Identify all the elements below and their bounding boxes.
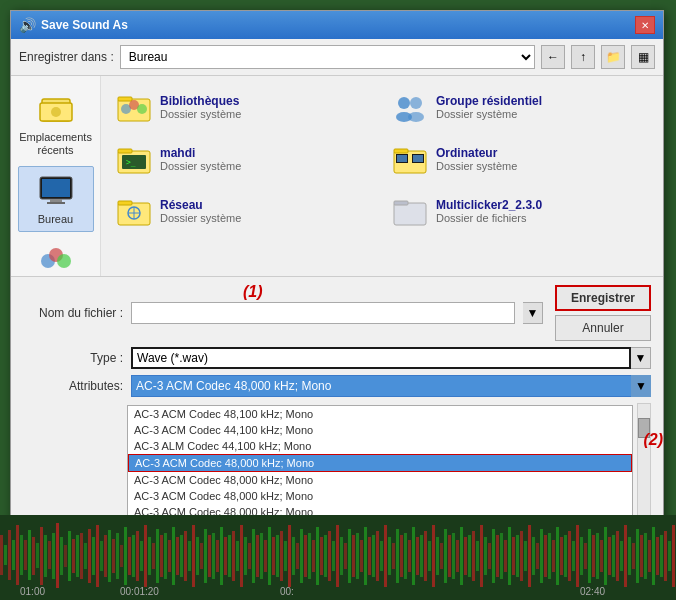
svg-rect-52 [44, 535, 47, 577]
view-button[interactable]: ▦ [631, 45, 655, 69]
mahdi-type: Dossier système [160, 160, 241, 172]
titlebar: 🔊 Save Sound As ✕ [11, 11, 663, 39]
svg-rect-161 [480, 525, 483, 587]
svg-text:>_: >_ [126, 158, 136, 167]
ordinateur-type: Dossier système [436, 160, 517, 172]
svg-rect-117 [304, 535, 307, 577]
svg-rect-175 [536, 543, 539, 569]
type-dropdown-arrow[interactable]: ▼ [631, 347, 651, 369]
svg-rect-146 [420, 535, 423, 577]
desktop-icon [36, 171, 76, 211]
location-label: Enregistrer dans : [19, 50, 114, 64]
svg-rect-202 [644, 533, 647, 579]
svg-rect-106 [260, 533, 263, 579]
svg-rect-199 [632, 543, 635, 569]
file-item-groupe[interactable]: Groupe résidentiel Dossier système [385, 84, 655, 130]
dropdown-item-5[interactable]: AC-3 ACM Codec 48,000 kHz; Mono [128, 488, 632, 504]
location-select[interactable]: Bureau [120, 45, 535, 69]
svg-rect-68 [108, 530, 111, 582]
file-browser: Bibliothèques Dossier système [101, 76, 663, 276]
svg-rect-121 [320, 537, 323, 575]
file-item-bibliotheques[interactable]: Bibliothèques Dossier système [109, 84, 379, 130]
svg-rect-137 [384, 525, 387, 587]
svg-rect-200 [636, 529, 639, 583]
svg-point-19 [398, 97, 410, 109]
up-button[interactable]: ↑ [571, 45, 595, 69]
svg-rect-152 [444, 529, 447, 583]
svg-rect-45 [16, 525, 19, 585]
svg-rect-160 [476, 541, 479, 571]
dropdown-item-1[interactable]: AC-3 ACM Codec 44,100 kHz; Mono [128, 422, 632, 438]
svg-rect-138 [388, 537, 391, 575]
back-button[interactable]: ← [541, 45, 565, 69]
sidebar-item-recent[interactable]: Emplacements récents [18, 84, 94, 162]
svg-rect-94 [212, 533, 215, 579]
svg-rect-122 [324, 535, 327, 577]
svg-rect-4 [42, 179, 70, 197]
dropdown-list: AC-3 ACM Codec 48,100 kHz; Mono AC-3 ACM… [127, 405, 633, 521]
svg-rect-128 [348, 529, 351, 583]
save-button[interactable]: Enregistrer [555, 285, 651, 311]
svg-rect-206 [660, 535, 663, 577]
svg-rect-141 [400, 535, 403, 577]
svg-rect-159 [472, 531, 475, 581]
svg-rect-192 [604, 527, 607, 585]
groupe-icon [392, 89, 428, 125]
svg-rect-104 [252, 529, 255, 583]
svg-rect-207 [664, 531, 667, 581]
svg-rect-187 [584, 543, 587, 569]
close-button[interactable]: ✕ [635, 16, 655, 34]
dropdown-item-3[interactable]: AC-3 ACM Codec 48,000 kHz; Mono [128, 454, 632, 472]
svg-rect-85 [176, 537, 179, 575]
svg-rect-188 [588, 529, 591, 583]
filename-input[interactable] [131, 302, 515, 324]
titlebar-title: Save Sound As [41, 18, 635, 32]
sidebar-item-libraries[interactable]: Bibliothèques [18, 236, 94, 276]
svg-rect-189 [592, 535, 595, 577]
svg-rect-108 [268, 527, 271, 585]
list-scrollbar[interactable] [637, 403, 651, 521]
svg-rect-15 [118, 97, 132, 101]
svg-point-20 [410, 97, 422, 109]
svg-rect-28 [394, 149, 408, 153]
svg-rect-109 [272, 537, 275, 575]
cancel-button[interactable]: Annuler [555, 315, 651, 341]
svg-rect-148 [428, 541, 431, 571]
svg-rect-48 [28, 530, 31, 580]
svg-rect-75 [136, 531, 139, 581]
svg-rect-30 [397, 155, 407, 162]
multiclicker-name: Multiclicker2_2.3.0 [436, 198, 542, 212]
dropdown-item-0[interactable]: AC-3 ACM Codec 48,100 kHz; Mono [128, 406, 632, 422]
type-select[interactable]: Wave (*.wav) [131, 347, 631, 369]
svg-rect-60 [76, 535, 79, 577]
file-item-mahdi[interactable]: >_ mahdi Dossier système [109, 136, 379, 182]
main-content: Emplacements récents Bureau [11, 76, 663, 276]
dropdown-item-4[interactable]: AC-3 ACM Codec 48,000 kHz; Mono [128, 472, 632, 488]
annotation-1: (1) [243, 283, 263, 301]
svg-text:00:: 00: [280, 586, 294, 597]
svg-rect-158 [468, 535, 471, 577]
svg-point-9 [57, 254, 71, 268]
recent-label: Emplacements récents [19, 131, 92, 157]
svg-rect-87 [184, 531, 187, 581]
dropdown-item-2[interactable]: AC-3 ALM Codec 44,100 kHz; Mono [128, 438, 632, 454]
sidebar-item-desktop[interactable]: Bureau [18, 166, 94, 231]
svg-rect-144 [412, 527, 415, 585]
svg-rect-179 [552, 540, 555, 572]
filename-dropdown-arrow[interactable]: ▼ [523, 302, 543, 324]
file-item-ordinateur[interactable]: Ordinateur Dossier système [385, 136, 655, 182]
svg-rect-39 [394, 201, 408, 205]
svg-rect-100 [236, 541, 239, 571]
svg-rect-156 [460, 527, 463, 585]
newfolder-button[interactable]: 📁 [601, 45, 625, 69]
attributes-display[interactable]: AC-3 ACM Codec 48,000 kHz; Mono [131, 375, 651, 397]
svg-rect-47 [24, 540, 27, 570]
file-item-reseau[interactable]: Réseau Dossier système [109, 188, 379, 234]
svg-rect-102 [244, 537, 247, 575]
svg-rect-46 [20, 535, 23, 575]
svg-rect-181 [560, 537, 563, 575]
svg-rect-157 [464, 537, 467, 575]
svg-rect-195 [616, 531, 619, 581]
location-toolbar: Enregistrer dans : Bureau ← ↑ 📁 ▦ [11, 39, 663, 76]
file-item-multiclicker[interactable]: Multiclicker2_2.3.0 Dossier de fichiers [385, 188, 655, 234]
